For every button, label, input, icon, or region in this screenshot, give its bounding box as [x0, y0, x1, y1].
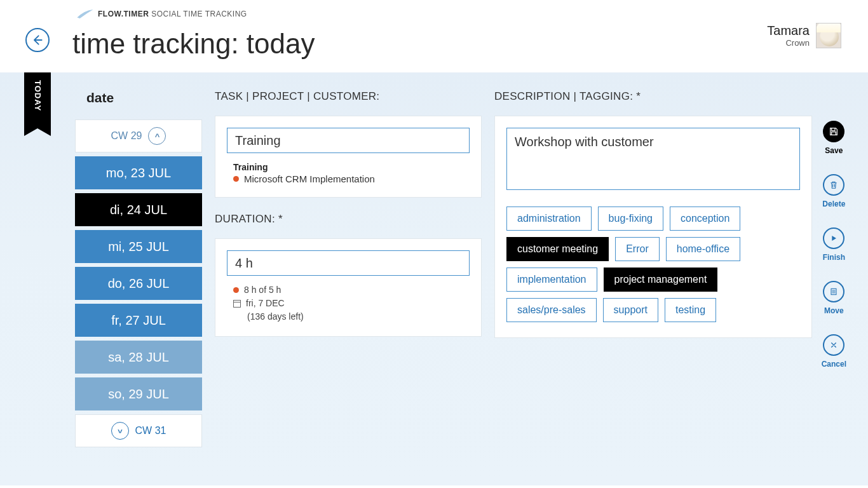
page-title: time tracking: today — [72, 28, 315, 60]
next-week-button[interactable]: ^ CW 31 — [75, 414, 202, 447]
move-button[interactable]: Move — [823, 281, 844, 315]
task-duration-column: TASK | PROJECT | CUSTOMER: Training Micr… — [215, 90, 482, 485]
tag-item[interactable]: sales/pre-sales — [506, 298, 597, 322]
tag-item[interactable]: testing — [665, 298, 716, 322]
flag-icon — [829, 233, 839, 243]
description-column: DESCRIPTION | TAGGING: * administrationb… — [494, 90, 812, 485]
action-bar: Save Delete Finish Move Cancel — [822, 121, 846, 369]
save-button[interactable]: Save — [823, 121, 844, 155]
back-button[interactable] — [25, 28, 50, 52]
tag-item[interactable]: support — [603, 298, 658, 322]
task-name: Training — [233, 162, 470, 172]
day-item[interactable]: sa, 28 JUL — [75, 341, 202, 374]
close-icon — [829, 340, 839, 350]
user-company: Crown — [767, 38, 810, 48]
trash-icon — [829, 180, 839, 190]
brand-text: FLOW.TIMER SOCIAL TIME TRACKING — [98, 10, 247, 18]
tag-item[interactable]: implementation — [506, 268, 597, 292]
cancel-button[interactable]: Cancel — [822, 334, 846, 369]
arrow-left-icon — [31, 34, 44, 46]
tag-list: administrationbug-fixingconceptioncustom… — [506, 207, 800, 322]
tag-item[interactable]: project management — [604, 268, 718, 292]
tag-item[interactable]: bug-fixing — [598, 207, 663, 231]
due-date-row: fri, 7 DEC — [233, 297, 470, 310]
next-week-label: CW 31 — [135, 425, 166, 437]
logo-feather-icon — [76, 8, 94, 20]
date-column: date CW 29 ^ mo, 23 JULdi, 24 JULmi, 25 … — [75, 90, 202, 485]
calendar-icon — [233, 300, 241, 308]
day-item[interactable]: fr, 27 JUL — [75, 304, 202, 337]
user-block[interactable]: Tamara Crown — [767, 23, 841, 48]
save-icon — [829, 126, 839, 137]
chevron-up-icon: ^ — [148, 127, 166, 145]
chevron-down-icon: ^ — [111, 422, 129, 440]
date-heading: date — [86, 90, 202, 105]
prev-week-button[interactable]: CW 29 ^ — [75, 119, 202, 152]
task-section-heading: TASK | PROJECT | CUSTOMER: — [215, 90, 482, 103]
avatar — [816, 23, 841, 48]
task-project: Microsoft CRM Implementation — [233, 173, 470, 184]
task-input[interactable] — [227, 128, 470, 153]
title-bar: time tracking: today Tamara Crown — [0, 25, 868, 72]
task-card: Training Microsoft CRM Implementation — [215, 116, 482, 198]
description-section-heading: DESCRIPTION | TAGGING: * — [494, 90, 812, 103]
today-ribbon[interactable]: TODAY — [24, 72, 51, 128]
finish-button[interactable]: Finish — [823, 227, 845, 262]
tag-item[interactable]: customer meeting — [506, 237, 609, 261]
day-item[interactable]: di, 24 JUL — [75, 193, 202, 226]
tag-item[interactable]: home-office — [666, 237, 740, 261]
tag-item[interactable]: conception — [670, 207, 740, 231]
day-item[interactable]: mo, 23 JUL — [75, 156, 202, 189]
description-textarea[interactable] — [506, 128, 800, 190]
tag-item[interactable]: administration — [506, 207, 592, 231]
user-name: Tamara — [767, 24, 810, 38]
description-card: administrationbug-fixingconceptioncustom… — [494, 116, 812, 338]
day-item[interactable]: so, 29 JUL — [75, 377, 202, 410]
app-header: FLOW.TIMER SOCIAL TIME TRACKING — [0, 0, 868, 25]
project-color-dot-icon — [233, 176, 239, 182]
day-item[interactable]: do, 26 JUL — [75, 267, 202, 300]
today-label: TODAY — [33, 80, 43, 111]
tag-item[interactable]: Error — [615, 237, 660, 261]
duration-input[interactable] — [227, 250, 470, 276]
budget-dot-icon — [233, 287, 239, 293]
delete-button[interactable]: Delete — [822, 174, 845, 208]
days-left: (136 days left) — [233, 310, 470, 323]
duration-section-heading: DURATION: * — [215, 213, 482, 226]
document-icon — [829, 287, 839, 297]
workspace: TODAY date CW 29 ^ mo, 23 JULdi, 24 JULm… — [0, 72, 868, 485]
budget-row: 8 h of 5 h — [233, 283, 470, 297]
day-item[interactable]: mi, 25 JUL — [75, 230, 202, 263]
duration-card: 8 h of 5 h fri, 7 DEC (136 days left) — [215, 238, 482, 337]
prev-week-label: CW 29 — [111, 130, 142, 142]
